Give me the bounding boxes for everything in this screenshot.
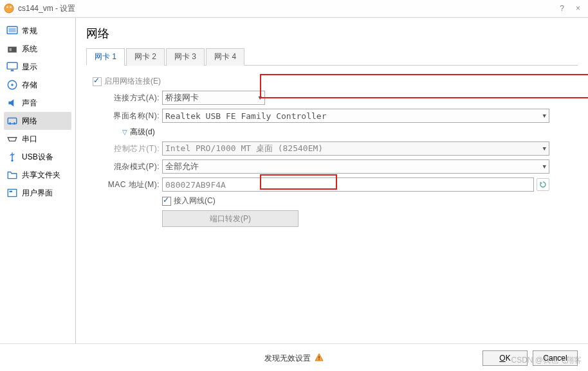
sidebar-item-network[interactable]: 网络 xyxy=(4,112,71,130)
usb-icon xyxy=(6,151,18,163)
row-attached: 连接方式(A): 桥接网卡 ▼ xyxy=(93,91,566,105)
advanced-label: 高级(d) xyxy=(130,127,155,138)
cable-label: 接入网线(C) xyxy=(174,195,216,206)
warning-icon xyxy=(315,353,324,364)
audio-icon xyxy=(6,97,18,109)
attached-combo[interactable]: 桥接网卡 ▼ xyxy=(162,91,265,105)
shared-folder-icon xyxy=(6,169,18,181)
window-controls: ? × xyxy=(560,4,584,13)
svg-rect-4 xyxy=(8,28,15,33)
footer-message: 发现无效设置 xyxy=(264,353,324,364)
sidebar-item-general[interactable]: 常规 xyxy=(4,22,71,40)
window-body: 常规 系统 显示 存储 声音 网络 xyxy=(0,17,588,343)
sidebar-item-label: 串口 xyxy=(22,134,37,145)
sidebar-item-label: 网络 xyxy=(22,116,37,127)
svg-rect-12 xyxy=(10,122,11,124)
attached-label: 连接方式(A): xyxy=(93,93,162,104)
sidebar-item-audio[interactable]: 声音 xyxy=(4,94,71,112)
promisc-combo[interactable]: 全部允许 ▼ xyxy=(162,159,549,174)
sidebar-item-label: 共享文件夹 xyxy=(22,170,60,181)
chip-label: 控制芯片(T): xyxy=(93,143,162,154)
close-button[interactable]: × xyxy=(576,4,580,13)
caret-down-icon: ▼ xyxy=(543,145,546,152)
caret-down-icon: ▼ xyxy=(259,95,262,101)
name-value: Realtek USB FE Family Controller xyxy=(165,111,326,121)
footer-message-text: 发现无效设置 xyxy=(264,353,311,364)
sidebar-item-system[interactable]: 系统 xyxy=(4,40,71,58)
svg-rect-5 xyxy=(8,47,17,53)
attached-value: 桥接网卡 xyxy=(165,92,199,104)
port-forward-button[interactable]: 端口转发(P) xyxy=(162,210,299,227)
svg-point-0 xyxy=(5,4,14,13)
tab-adapter-3[interactable]: 网卡 3 xyxy=(166,48,205,66)
sidebar-item-label: 存储 xyxy=(22,80,37,91)
svg-point-10 xyxy=(11,84,13,86)
name-combo[interactable]: Realtek USB FE Family Controller ▼ xyxy=(162,109,549,123)
row-promisc: 混杂模式(P): 全部允许 ▼ xyxy=(93,159,566,174)
system-icon xyxy=(6,43,18,55)
chip-combo: Intel PRO/1000 MT 桌面 (82540EM) ▼ xyxy=(162,141,549,156)
expand-triangle-icon: ▽ xyxy=(122,129,127,136)
tabs: 网卡 1 网卡 2 网卡 3 网卡 4 xyxy=(86,48,578,66)
svg-rect-17 xyxy=(318,356,319,359)
storage-icon xyxy=(6,79,18,91)
promisc-value: 全部允许 xyxy=(165,161,199,172)
footer-buttons: OK Cancel xyxy=(482,350,578,366)
svg-rect-18 xyxy=(318,359,319,359)
ui-icon xyxy=(6,187,18,199)
general-icon xyxy=(6,25,18,37)
sidebar-item-label: USB设备 xyxy=(22,152,53,163)
svg-rect-16 xyxy=(10,191,13,192)
title-bar: cs144_vm - 设置 ? × xyxy=(0,0,588,17)
cancel-button[interactable]: Cancel xyxy=(533,350,578,366)
tab-adapter-2[interactable]: 网卡 2 xyxy=(126,48,165,66)
sidebar-item-label: 声音 xyxy=(22,98,37,109)
settings-window: cs144_vm - 设置 ? × 常规 系统 显示 存储 xyxy=(0,0,588,371)
name-label: 界面名称(N): xyxy=(93,111,162,122)
window-title: cs144_vm - 设置 xyxy=(18,3,560,14)
app-icon xyxy=(4,3,14,14)
svg-rect-8 xyxy=(11,70,14,71)
mac-refresh-button[interactable] xyxy=(537,178,549,191)
ok-button[interactable]: OK xyxy=(482,350,528,366)
sidebar-item-shared[interactable]: 共享文件夹 xyxy=(4,166,71,184)
sidebar-item-label: 系统 xyxy=(22,44,37,55)
display-icon xyxy=(6,61,18,73)
cable-checkbox[interactable] xyxy=(162,197,171,206)
tab-adapter-4[interactable]: 网卡 4 xyxy=(206,48,244,66)
sidebar-item-serial[interactable]: 串口 xyxy=(4,130,71,148)
chip-value: Intel PRO/1000 MT 桌面 (82540EM) xyxy=(165,143,323,154)
row-enable: 启用网络连接(E) xyxy=(93,76,566,87)
help-button[interactable]: ? xyxy=(560,4,564,13)
sidebar-item-label: 常规 xyxy=(22,26,37,37)
sidebar-item-storage[interactable]: 存储 xyxy=(4,76,71,94)
svg-point-14 xyxy=(11,159,13,161)
tab-adapter-1[interactable]: 网卡 1 xyxy=(86,48,125,66)
svg-rect-15 xyxy=(8,189,17,196)
mac-input[interactable] xyxy=(162,177,534,192)
serial-icon xyxy=(6,133,18,145)
row-cable: 接入网线(C) xyxy=(93,195,566,206)
svg-rect-13 xyxy=(14,122,15,124)
caret-down-icon: ▼ xyxy=(543,113,546,119)
caret-down-icon: ▼ xyxy=(543,163,546,170)
sidebar-item-usb[interactable]: USB设备 xyxy=(4,148,71,166)
sidebar-item-label: 显示 xyxy=(22,62,37,73)
sidebar-item-ui[interactable]: 用户界面 xyxy=(4,184,71,202)
content-area: 网络 网卡 1 网卡 2 网卡 3 网卡 4 启用网络连接(E) 连接方式(A)… xyxy=(76,18,588,343)
mac-label: MAC 地址(M): xyxy=(93,179,162,190)
promisc-label: 混杂模式(P): xyxy=(93,161,162,172)
row-name: 界面名称(N): Realtek USB FE Family Controlle… xyxy=(93,109,566,123)
form-area: 启用网络连接(E) 连接方式(A): 桥接网卡 ▼ 界面名称(N): Realt… xyxy=(86,66,566,227)
svg-rect-6 xyxy=(10,48,12,51)
enable-checkbox[interactable] xyxy=(93,77,102,86)
network-icon xyxy=(6,115,18,127)
svg-rect-11 xyxy=(8,118,17,124)
svg-point-2 xyxy=(10,6,11,8)
sidebar-item-display[interactable]: 显示 xyxy=(4,58,71,76)
row-advanced[interactable]: ▽ 高级(d) xyxy=(93,127,566,138)
footer: 发现无效设置 OK Cancel xyxy=(0,343,588,371)
row-mac: MAC 地址(M): xyxy=(93,177,566,192)
enable-label: 启用网络连接(E) xyxy=(104,76,161,87)
sidebar-item-label: 用户界面 xyxy=(22,188,53,199)
